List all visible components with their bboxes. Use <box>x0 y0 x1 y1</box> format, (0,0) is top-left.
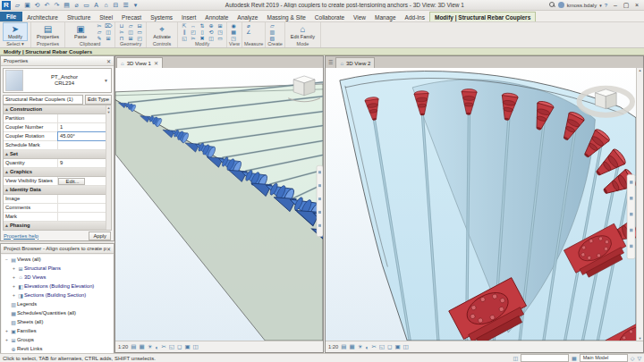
ribbon-tab-precast[interactable]: Precast <box>117 13 146 21</box>
tool-icon-modify-3[interactable]: ↔ <box>190 23 197 29</box>
tool-icon-modify-1[interactable]: ∥ <box>181 29 188 35</box>
tree-item-views-all-[interactable]: −▤Views (all) <box>2 255 113 264</box>
properties-scrollbar[interactable]: ▲▼ <box>106 105 111 230</box>
tree-item-legends[interactable]: ▥Legends <box>2 299 113 308</box>
viewport-3d-view-2[interactable] <box>326 68 636 341</box>
view-tab-3d-view-2[interactable]: ⌂ 3D View 2 <box>335 57 375 68</box>
view-control-icon-2[interactable]: ☀ <box>148 343 153 350</box>
property-value[interactable] <box>58 213 111 221</box>
tree-item-structural-plans[interactable]: +⊞Structural Plans <box>2 264 113 273</box>
property-value[interactable] <box>58 195 111 203</box>
tree-expander-icon[interactable]: + <box>4 328 10 333</box>
tool-icon-clipboard-1[interactable]: ▱ <box>96 29 103 35</box>
tool-icon-modify-0[interactable]: ⇱ <box>181 22 188 29</box>
ribbon-tab-architecture[interactable]: Architecture <box>22 13 63 21</box>
ribbon-tab-annotate[interactable]: Annotate <box>200 13 233 21</box>
view-control-icon-3[interactable]: ◐ <box>365 344 369 350</box>
tree-item-families[interactable]: +▣Families <box>2 326 113 335</box>
view-control-icon-1[interactable]: ▦ <box>139 343 144 350</box>
print-icon[interactable]: ▤ <box>62 1 72 10</box>
view-scale-right[interactable]: 1:20 <box>328 344 338 349</box>
view-control-icon-8[interactable]: ◫ <box>403 343 409 350</box>
tool-icon-clipboard-4[interactable]: ◫ <box>105 29 112 35</box>
view-control-icon-5[interactable]: ◱ <box>379 343 385 350</box>
view-control-icon-3[interactable]: ◐ <box>155 344 158 350</box>
property-section-identity-data[interactable]: ▴Identity Data <box>4 186 111 195</box>
filter-icon[interactable]: ▽ <box>637 355 641 361</box>
window-menu-icon[interactable]: ☰ <box>326 59 335 65</box>
close-view-icon[interactable]: ✕ <box>154 60 158 66</box>
tree-item-groups[interactable]: +⊞Groups <box>2 335 113 344</box>
exclude-options-icon[interactable]: ◇ <box>631 355 635 361</box>
activate-controls-button[interactable]: ⌖Activate <box>149 22 174 41</box>
property-value[interactable] <box>58 114 111 122</box>
properties-button[interactable]: ▤Properties <box>34 22 62 41</box>
tool-icon-geometry-8[interactable]: ◰ <box>136 35 143 41</box>
tool-icon-create-2[interactable]: ▧ <box>268 35 275 41</box>
tree-expander-icon[interactable]: + <box>11 265 17 271</box>
tool-icon-modify-2[interactable]: ◱ <box>181 35 188 41</box>
tree-item-schedules-quantities-all-[interactable]: ▦Schedules/Quantities (all) <box>2 308 113 317</box>
property-value[interactable] <box>58 141 111 149</box>
view-tab-3d-view-1[interactable]: ⌂ 3D View 1 ✕ <box>116 57 163 68</box>
project-browser-close-icon[interactable]: ✕ <box>106 246 111 252</box>
tool-icon-clipboard-0[interactable]: ✂ <box>96 22 103 29</box>
edit-family-button[interactable]: ⌂Edit Family <box>288 22 318 41</box>
tool-icon-geometry-6[interactable]: ⊟ <box>136 22 143 29</box>
tool-icon-modify-12[interactable]: ⊞ <box>216 22 224 29</box>
property-section-graphics[interactable]: ▴Graphics <box>4 168 111 177</box>
undo-icon[interactable]: ↶ <box>42 1 52 10</box>
tool-icon-geometry-0[interactable]: ⊔ <box>118 22 125 29</box>
customize-qat-icon[interactable]: ▾ <box>131 1 140 10</box>
open-file-icon[interactable]: ▱ <box>13 1 22 10</box>
property-value[interactable]: 45.00° <box>58 132 111 140</box>
tool-icon-modify-13[interactable]: ◳ <box>216 29 224 35</box>
ribbon-tab-systems[interactable]: Systems <box>146 13 177 21</box>
default-3d-view-icon[interactable]: ⌂ <box>101 1 111 10</box>
tree-expander-icon[interactable]: + <box>11 274 17 280</box>
view-control-icon-6[interactable]: ◻ <box>177 343 182 350</box>
ribbon-tab-steel[interactable]: Steel <box>95 13 117 21</box>
view-control-icon-1[interactable]: ▦ <box>349 343 354 350</box>
tree-item-revit-links[interactable]: ⊕Revit Links <box>2 344 113 353</box>
view-control-icon-8[interactable]: ◫ <box>193 343 199 350</box>
tree-item-sections-building-section-[interactable]: +◨Sections (Building Section) <box>2 290 113 299</box>
property-value[interactable]: Edit... <box>58 178 85 185</box>
apply-button[interactable]: Apply <box>89 232 111 240</box>
property-section-phasing[interactable]: ▴Phasing <box>4 222 111 231</box>
ribbon-tab-analyze[interactable]: Analyze <box>233 13 262 21</box>
property-section-set[interactable]: ▴Set <box>4 150 111 159</box>
viewport-scrollbar[interactable]: ▲▼ <box>636 68 643 341</box>
view-control-icon-4[interactable]: ✂ <box>371 343 376 350</box>
close-button[interactable]: × <box>631 1 642 10</box>
ribbon-tab-view[interactable]: View <box>349 13 370 21</box>
revit-logo[interactable]: R <box>2 1 11 10</box>
tree-expander-icon[interactable]: + <box>4 337 10 342</box>
tool-icon-measure-0[interactable]: ⌀ <box>245 22 252 29</box>
save-icon[interactable]: ▣ <box>22 1 32 10</box>
viewport-3d-view-1[interactable] <box>115 68 323 341</box>
tool-icon-view-0[interactable]: ◉ <box>230 22 237 29</box>
edit-type-button[interactable]: Edit Type <box>85 95 112 105</box>
navigation-bar[interactable] <box>627 174 635 258</box>
tool-icon-geometry-2[interactable]: ⊓ <box>118 35 125 41</box>
ribbon-tab-manage[interactable]: Manage <box>370 13 401 21</box>
selection-filter-dropdown[interactable]: Structural Rebar Couplers (1) <box>3 95 83 105</box>
tool-icon-modify-10[interactable]: ⟲ <box>208 29 215 35</box>
user-menu-chevron-icon[interactable]: ▾ <box>599 3 602 8</box>
text-icon[interactable]: A <box>91 1 101 10</box>
ribbon-tab-add-ins[interactable]: Add-Ins <box>401 13 429 21</box>
view-scale-left[interactable]: 1:20 <box>118 344 128 349</box>
tag-icon[interactable]: ▭ <box>81 1 91 10</box>
signed-in-user[interactable]: kmoss.bdaly <box>567 3 597 8</box>
tool-icon-modify-4[interactable]: ◰ <box>190 29 197 35</box>
tool-icon-modify-14[interactable]: ▭ <box>216 35 224 41</box>
properties-header[interactable]: Properties ✕ <box>1 56 114 66</box>
view-control-icon-7[interactable]: ▣ <box>184 343 190 350</box>
property-value[interactable]: 9 <box>58 159 111 167</box>
measure-icon[interactable]: ⌀ <box>72 1 81 10</box>
tool-icon-modify-9[interactable]: ⊕ <box>208 22 215 29</box>
tree-expander-icon[interactable]: + <box>11 292 17 298</box>
view-control-icon-0[interactable]: ▤ <box>341 343 346 350</box>
view-control-icon-0[interactable]: ▤ <box>131 343 136 350</box>
